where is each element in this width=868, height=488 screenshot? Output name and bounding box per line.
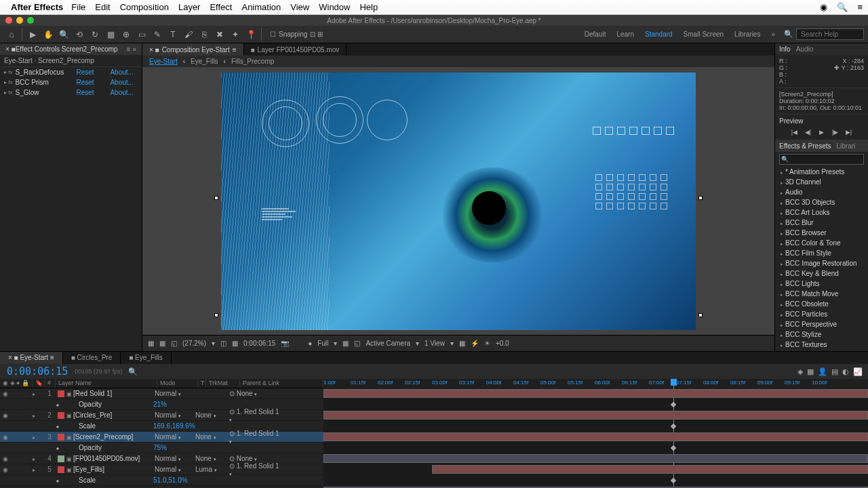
info-tab[interactable]: Info: [779, 45, 791, 53]
mask-icon[interactable]: ◱: [171, 340, 177, 347]
tl-tab-circles[interactable]: ■ Circles_Pre: [63, 352, 121, 364]
preset-category[interactable]: ▸BCC Time: [775, 350, 868, 351]
fx-row-prism[interactable]: ▸ fx BCC Prism Reset About...: [0, 77, 142, 87]
res-icon[interactable]: ◫: [220, 340, 226, 347]
keyframe-icon[interactable]: [671, 445, 676, 451]
selection-handle[interactable]: [698, 313, 703, 317]
maximize-window-icon[interactable]: [27, 17, 34, 24]
draft-3d-icon[interactable]: ▦: [807, 367, 814, 376]
camera-tool-icon[interactable]: ▦: [103, 27, 118, 42]
menu-file[interactable]: File: [71, 2, 85, 12]
fx-reset-button[interactable]: Reset: [76, 89, 110, 96]
roto-tool-icon[interactable]: ✦: [228, 27, 243, 42]
layer-tab[interactable]: ■Layer FP001450PD05.mov: [244, 43, 347, 56]
preset-category[interactable]: ▸BCC Stylize: [775, 329, 868, 340]
preset-category[interactable]: ▸BCC Image Restoration: [775, 258, 868, 268]
fast-preview-icon[interactable]: ⚡: [471, 340, 479, 347]
selection-handle[interactable]: [214, 196, 218, 200]
motion-blur-icon[interactable]: ◐: [842, 367, 849, 376]
preset-category[interactable]: ▸BCC Film Style: [775, 248, 868, 258]
keyframe-icon[interactable]: [671, 478, 676, 483]
ws-small[interactable]: Small Screen: [684, 30, 724, 38]
bc-eyestart[interactable]: Eye-Start: [149, 58, 178, 65]
menu-window[interactable]: Window: [319, 2, 350, 12]
preset-category[interactable]: ▸BCC Lights: [775, 279, 868, 289]
transparency-icon[interactable]: ▦: [342, 340, 349, 347]
minimize-window-icon[interactable]: [16, 17, 23, 24]
fx-about-link[interactable]: About...: [110, 89, 133, 96]
preset-category[interactable]: ▸BCC 3D Objects: [775, 197, 868, 207]
anchor-tool-icon[interactable]: ⊕: [119, 27, 134, 42]
effect-controls-tab[interactable]: × ■ Effect Controls Screen2_Precomp≡ »: [0, 43, 142, 55]
preset-category[interactable]: ▸3D Channel: [775, 177, 868, 187]
bc-fillsprecomp[interactable]: Fills_Precomp: [231, 58, 274, 65]
selection-handle[interactable]: [214, 313, 218, 317]
last-frame-icon[interactable]: ▶|: [844, 127, 854, 137]
user-icon[interactable]: ◉: [820, 2, 827, 12]
viewer-time[interactable]: 0:00:06:15: [243, 340, 275, 347]
close-window-icon[interactable]: [5, 17, 12, 24]
fx-about-link[interactable]: About...: [110, 68, 133, 76]
zoom-level[interactable]: (27.2%): [182, 340, 206, 347]
ws-more-icon[interactable]: »: [771, 30, 775, 38]
preset-category[interactable]: ▸BCC Obsolete: [775, 299, 868, 309]
preset-category[interactable]: ▸BCC Textures: [775, 340, 868, 350]
text-tool-icon[interactable]: T: [165, 27, 180, 42]
composition-viewer[interactable]: [142, 67, 774, 335]
track-bar[interactable]: [432, 465, 868, 474]
exposure-value[interactable]: +0.0: [496, 340, 509, 347]
comp-flowchart-icon[interactable]: ◈: [797, 367, 803, 376]
libraries-tab[interactable]: Librari: [837, 142, 856, 150]
menu-layer[interactable]: Layer: [178, 2, 201, 12]
track-bar[interactable]: [323, 411, 868, 420]
hand-tool-icon[interactable]: ✋: [41, 27, 56, 42]
orbit-tool-icon[interactable]: ⟲: [72, 27, 87, 42]
playhead[interactable]: [673, 379, 674, 388]
layer-row[interactable]: ◉▸2▣[Circles_Pre]Normal ▾None ▾⊙ 1. Red …: [0, 410, 323, 421]
timeline-search-icon[interactable]: 🔍: [128, 367, 138, 376]
keyframe-icon[interactable]: [671, 424, 676, 429]
fx-row-rackdefocus[interactable]: ▸ fx S_RackDefocus Reset About...: [0, 67, 142, 77]
bc-eyefills[interactable]: Eye_Fills: [191, 58, 218, 65]
zoom-tool-icon[interactable]: 🔍: [56, 27, 71, 42]
pen-tool-icon[interactable]: ✎: [150, 27, 165, 42]
track-bar[interactable]: [323, 454, 868, 463]
fx-reset-button[interactable]: Reset: [76, 68, 110, 76]
camera-dropdown[interactable]: Active Camera: [366, 340, 410, 347]
notifications-icon[interactable]: ≡: [857, 2, 863, 12]
alpha-icon[interactable]: ▦: [148, 340, 154, 347]
preset-category[interactable]: ▸BCC Art Looks: [775, 207, 868, 218]
first-frame-icon[interactable]: |◀: [789, 127, 800, 137]
channel-icon[interactable]: ▦: [232, 340, 238, 347]
selection-handle[interactable]: [698, 196, 703, 200]
search-help-input[interactable]: [796, 28, 864, 40]
shy-icon[interactable]: 👤: [818, 367, 827, 376]
preset-category[interactable]: ▸BCC Color & Tone: [775, 238, 868, 248]
menu-help[interactable]: Help: [359, 2, 378, 12]
frame-blend-icon[interactable]: ▤: [831, 367, 838, 376]
menu-view[interactable]: View: [290, 2, 309, 12]
ws-default[interactable]: Default: [585, 30, 606, 38]
preset-category[interactable]: ▸BCC Match Move: [775, 289, 868, 299]
time-ruler[interactable]: 1:00f01:15f02:00f02:15f03:00f03:15f04:00…: [323, 379, 868, 388]
track-bar[interactable]: [323, 432, 868, 441]
layer-row[interactable]: ◉▸3▣[Screen2_Precomp]Normal ▾None ▾⊙ 1. …: [0, 432, 323, 443]
graph-editor-icon[interactable]: 📈: [853, 367, 863, 376]
resolution-dropdown[interactable]: Full: [317, 340, 328, 347]
layer-row[interactable]: ◉▸5▣[Eye_Fills]Normal ▾Luma ▾⊙ 1. Red So…: [0, 464, 323, 475]
fx-reset-button[interactable]: Reset: [76, 79, 110, 86]
snapshot-icon[interactable]: 📷: [281, 340, 289, 347]
clone-tool-icon[interactable]: ⎘: [197, 27, 212, 42]
home-icon[interactable]: ⌂: [4, 27, 19, 42]
exposure-icon[interactable]: ☀: [484, 340, 490, 347]
preset-category[interactable]: ▸BCC Blur: [775, 218, 868, 228]
track-area[interactable]: [323, 388, 868, 488]
prev-frame-icon[interactable]: ◀|: [803, 127, 814, 137]
menu-edit[interactable]: Edit: [95, 2, 110, 12]
snapping-toggle[interactable]: ☐Snapping⊡ ⊞: [270, 30, 323, 38]
preset-category[interactable]: ▸BCC Perspective: [775, 319, 868, 329]
menu-effect[interactable]: Effect: [210, 2, 232, 12]
fx-row-glow[interactable]: ▸ fx S_Glow Reset About...: [0, 87, 142, 98]
shape-tool-icon[interactable]: ▭: [134, 27, 149, 42]
3d-icon[interactable]: ▦: [459, 340, 465, 347]
